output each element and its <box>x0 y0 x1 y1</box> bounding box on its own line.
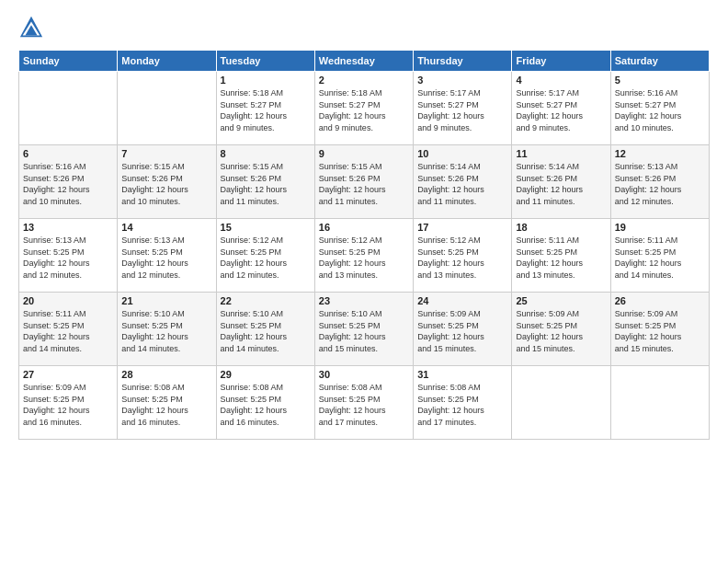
calendar-cell: 22Sunrise: 5:10 AM Sunset: 5:25 PM Dayli… <box>216 293 314 366</box>
calendar-cell: 14Sunrise: 5:13 AM Sunset: 5:25 PM Dayli… <box>118 219 216 293</box>
day-number: 21 <box>121 295 211 306</box>
day-number: 2 <box>319 75 409 86</box>
day-number: 1 <box>221 75 311 86</box>
calendar-cell: 23Sunrise: 5:10 AM Sunset: 5:25 PM Dayli… <box>314 293 413 366</box>
day-number: 7 <box>121 148 211 159</box>
calendar-cell <box>610 366 709 440</box>
calendar-header-thursday: Thursday <box>414 51 512 72</box>
day-detail: Sunrise: 5:12 AM Sunset: 5:25 PM Dayligh… <box>319 235 409 281</box>
day-detail: Sunrise: 5:11 AM Sunset: 5:25 PM Dayligh… <box>516 235 606 281</box>
day-detail: Sunrise: 5:14 AM Sunset: 5:26 PM Dayligh… <box>516 161 606 207</box>
day-detail: Sunrise: 5:13 AM Sunset: 5:25 PM Dayligh… <box>121 235 211 281</box>
page: SundayMondayTuesdayWednesdayThursdayFrid… <box>0 0 728 563</box>
calendar-cell: 21Sunrise: 5:10 AM Sunset: 5:25 PM Dayli… <box>118 293 216 366</box>
calendar-cell <box>19 72 118 145</box>
day-number: 9 <box>319 148 409 159</box>
calendar-cell <box>512 366 610 440</box>
day-number: 25 <box>516 295 606 306</box>
day-detail: Sunrise: 5:10 AM Sunset: 5:25 PM Dayligh… <box>121 308 211 354</box>
day-detail: Sunrise: 5:18 AM Sunset: 5:27 PM Dayligh… <box>221 87 311 133</box>
day-detail: Sunrise: 5:08 AM Sunset: 5:25 PM Dayligh… <box>221 382 311 428</box>
day-number: 10 <box>417 148 507 159</box>
day-number: 14 <box>121 222 211 233</box>
day-detail: Sunrise: 5:14 AM Sunset: 5:26 PM Dayligh… <box>417 161 507 207</box>
day-detail: Sunrise: 5:09 AM Sunset: 5:25 PM Dayligh… <box>615 308 705 354</box>
day-detail: Sunrise: 5:11 AM Sunset: 5:25 PM Dayligh… <box>23 308 113 354</box>
calendar-cell: 1Sunrise: 5:18 AM Sunset: 5:27 PM Daylig… <box>216 72 314 145</box>
day-detail: Sunrise: 5:08 AM Sunset: 5:25 PM Dayligh… <box>417 382 507 428</box>
calendar-cell: 2Sunrise: 5:18 AM Sunset: 5:27 PM Daylig… <box>314 72 413 145</box>
calendar-week-row: 20Sunrise: 5:11 AM Sunset: 5:25 PM Dayli… <box>19 293 710 366</box>
day-number: 13 <box>23 222 113 233</box>
day-number: 17 <box>417 222 507 233</box>
calendar-cell: 5Sunrise: 5:16 AM Sunset: 5:27 PM Daylig… <box>610 72 709 145</box>
day-detail: Sunrise: 5:13 AM Sunset: 5:26 PM Dayligh… <box>615 161 705 207</box>
day-number: 18 <box>516 222 606 233</box>
calendar-cell: 25Sunrise: 5:09 AM Sunset: 5:25 PM Dayli… <box>512 293 610 366</box>
day-detail: Sunrise: 5:10 AM Sunset: 5:25 PM Dayligh… <box>319 308 409 354</box>
day-detail: Sunrise: 5:12 AM Sunset: 5:25 PM Dayligh… <box>417 235 507 281</box>
calendar-table: SundayMondayTuesdayWednesdayThursdayFrid… <box>18 50 710 440</box>
calendar-cell: 4Sunrise: 5:17 AM Sunset: 5:27 PM Daylig… <box>512 72 610 145</box>
day-number: 28 <box>121 369 211 380</box>
day-detail: Sunrise: 5:09 AM Sunset: 5:25 PM Dayligh… <box>23 382 113 428</box>
day-detail: Sunrise: 5:16 AM Sunset: 5:26 PM Dayligh… <box>23 161 113 207</box>
calendar-cell: 20Sunrise: 5:11 AM Sunset: 5:25 PM Dayli… <box>19 293 118 366</box>
day-detail: Sunrise: 5:18 AM Sunset: 5:27 PM Dayligh… <box>319 87 409 133</box>
day-detail: Sunrise: 5:17 AM Sunset: 5:27 PM Dayligh… <box>417 87 507 133</box>
calendar-header-wednesday: Wednesday <box>314 51 413 72</box>
calendar-header-monday: Monday <box>118 51 216 72</box>
day-number: 19 <box>615 222 705 233</box>
calendar-cell: 16Sunrise: 5:12 AM Sunset: 5:25 PM Dayli… <box>314 219 413 293</box>
calendar-cell: 17Sunrise: 5:12 AM Sunset: 5:25 PM Dayli… <box>414 219 512 293</box>
calendar-cell: 19Sunrise: 5:11 AM Sunset: 5:25 PM Dayli… <box>610 219 709 293</box>
day-number: 3 <box>417 75 507 86</box>
calendar-header-saturday: Saturday <box>610 51 709 72</box>
calendar-header-sunday: Sunday <box>19 51 118 72</box>
calendar-week-row: 13Sunrise: 5:13 AM Sunset: 5:25 PM Dayli… <box>19 219 710 293</box>
day-number: 26 <box>615 295 705 306</box>
calendar-cell: 9Sunrise: 5:15 AM Sunset: 5:26 PM Daylig… <box>314 145 413 219</box>
calendar-header-friday: Friday <box>512 51 610 72</box>
day-detail: Sunrise: 5:17 AM Sunset: 5:27 PM Dayligh… <box>516 87 606 133</box>
calendar-cell: 13Sunrise: 5:13 AM Sunset: 5:25 PM Dayli… <box>19 219 118 293</box>
day-detail: Sunrise: 5:11 AM Sunset: 5:25 PM Dayligh… <box>615 235 705 281</box>
calendar-cell: 28Sunrise: 5:08 AM Sunset: 5:25 PM Dayli… <box>118 366 216 440</box>
day-number: 8 <box>221 148 311 159</box>
day-number: 12 <box>615 148 705 159</box>
day-detail: Sunrise: 5:10 AM Sunset: 5:25 PM Dayligh… <box>221 308 311 354</box>
calendar-cell: 15Sunrise: 5:12 AM Sunset: 5:25 PM Dayli… <box>216 219 314 293</box>
calendar-cell: 18Sunrise: 5:11 AM Sunset: 5:25 PM Dayli… <box>512 219 610 293</box>
calendar-cell: 11Sunrise: 5:14 AM Sunset: 5:26 PM Dayli… <box>512 145 610 219</box>
calendar-header-tuesday: Tuesday <box>216 51 314 72</box>
calendar-cell: 3Sunrise: 5:17 AM Sunset: 5:27 PM Daylig… <box>414 72 512 145</box>
day-detail: Sunrise: 5:08 AM Sunset: 5:25 PM Dayligh… <box>121 382 211 428</box>
day-number: 30 <box>319 369 409 380</box>
calendar-cell: 27Sunrise: 5:09 AM Sunset: 5:25 PM Dayli… <box>19 366 118 440</box>
calendar-cell: 10Sunrise: 5:14 AM Sunset: 5:26 PM Dayli… <box>414 145 512 219</box>
header <box>18 15 710 40</box>
day-detail: Sunrise: 5:09 AM Sunset: 5:25 PM Dayligh… <box>516 308 606 354</box>
logo <box>18 15 48 40</box>
calendar-header-row: SundayMondayTuesdayWednesdayThursdayFrid… <box>19 51 710 72</box>
day-detail: Sunrise: 5:15 AM Sunset: 5:26 PM Dayligh… <box>121 161 211 207</box>
day-number: 5 <box>615 75 705 86</box>
day-number: 31 <box>417 369 507 380</box>
day-number: 20 <box>23 295 113 306</box>
day-number: 24 <box>417 295 507 306</box>
day-number: 6 <box>23 148 113 159</box>
calendar-cell: 29Sunrise: 5:08 AM Sunset: 5:25 PM Dayli… <box>216 366 314 440</box>
calendar-cell: 7Sunrise: 5:15 AM Sunset: 5:26 PM Daylig… <box>118 145 216 219</box>
day-number: 29 <box>221 369 311 380</box>
day-detail: Sunrise: 5:08 AM Sunset: 5:25 PM Dayligh… <box>319 382 409 428</box>
day-detail: Sunrise: 5:16 AM Sunset: 5:27 PM Dayligh… <box>615 87 705 133</box>
calendar-cell: 6Sunrise: 5:16 AM Sunset: 5:26 PM Daylig… <box>19 145 118 219</box>
calendar-cell: 8Sunrise: 5:15 AM Sunset: 5:26 PM Daylig… <box>216 145 314 219</box>
calendar-cell <box>118 72 216 145</box>
logo-icon <box>18 15 44 40</box>
day-number: 23 <box>319 295 409 306</box>
day-number: 16 <box>319 222 409 233</box>
calendar-week-row: 6Sunrise: 5:16 AM Sunset: 5:26 PM Daylig… <box>19 145 710 219</box>
day-number: 22 <box>221 295 311 306</box>
calendar-cell: 12Sunrise: 5:13 AM Sunset: 5:26 PM Dayli… <box>610 145 709 219</box>
